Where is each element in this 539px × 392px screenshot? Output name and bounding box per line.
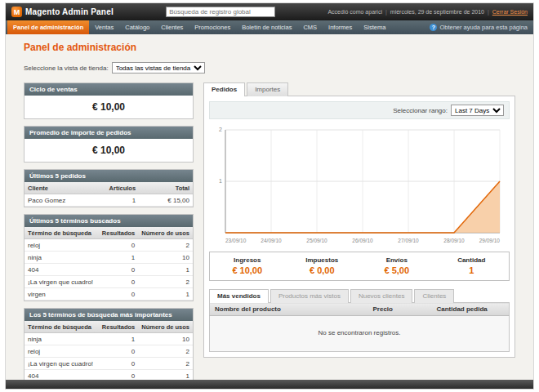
empty-message: No se encontraron registros. (210, 316, 510, 352)
nav-item-cms[interactable]: CMS (297, 20, 323, 34)
separator: | (385, 9, 387, 15)
svg-text:23/09/10: 23/09/10 (225, 238, 247, 243)
admin-footer (6, 380, 533, 389)
separator: | (488, 9, 489, 15)
table-header-row: ClienteArtículosTotal (24, 182, 193, 194)
tab-mas-vendidos[interactable]: Más vendidos (209, 289, 269, 303)
top-search-terms-box: Los 5 términos de búsqueda más important… (24, 308, 194, 380)
table-row: ninja110 (24, 252, 193, 264)
content-area: Panel de administración Seleccione la vi… (6, 34, 533, 380)
column-header: Número de usos (138, 227, 193, 239)
tab-nuevos-clientes[interactable]: Nuevos clientes (350, 289, 412, 303)
table-row: ¡La virgen que cuadro!02 (24, 358, 193, 370)
stat-value: € 5,00 (359, 265, 434, 275)
stat-value: 1 (434, 265, 510, 275)
range-bar: Seleccionar rango: Last 7 Days (209, 101, 510, 119)
column-header: Artículos (102, 182, 139, 194)
lifetime-sales-value: € 10,00 (24, 96, 193, 118)
magento-logo-icon: M (11, 7, 22, 17)
admin-page: M Magento Admin Panel Accedió como apari… (5, 2, 534, 390)
tab-importes[interactable]: Importes (247, 82, 288, 96)
top-search-terms-table: Término de búsquedaResultadosNúmero de u… (24, 321, 193, 380)
column-header: Número de usos (138, 321, 193, 333)
table-header-row: Nombre del productoPrecioCantidad pedida (210, 303, 510, 316)
box-title: Promedio de importe de pedidos (24, 127, 193, 139)
column-header: Precio (368, 303, 432, 316)
products-table: Nombre del productoPrecioCantidad pedida… (209, 302, 510, 352)
page-help-link[interactable]: ? Obtener ayuda para esta página (430, 20, 532, 34)
column-header: Término de búsqueda (24, 227, 99, 239)
table-row: ninja110 (24, 333, 193, 345)
table-header-row: Término de búsquedaResultadosNúmero de u… (24, 321, 193, 333)
store-view-select[interactable]: Todas las vistas de tienda (112, 62, 205, 74)
tab-pedidos[interactable]: Pedidos (203, 82, 245, 96)
last-search-terms-table: Término de búsquedaResultadosNúmero de u… (24, 227, 193, 301)
stat-impuestos: Impuestos € 0,00 (285, 256, 360, 275)
nav-item-promociones[interactable]: Promociones (189, 20, 236, 34)
box-title: Últimos 5 pedidos (24, 170, 193, 182)
store-view-label: Seleccione la vista de tienda: (24, 65, 109, 72)
nav-item-informes[interactable]: Informes (323, 20, 358, 34)
main-navigation: Panel de administración Ventas Catálogo … (6, 20, 533, 34)
nav-item-boletin[interactable]: Boletín de noticias (236, 20, 297, 34)
svg-text:27/09/10: 27/09/10 (398, 238, 419, 243)
help-icon: ? (430, 24, 437, 31)
dashboard-panel: Seleccionar rango: Last 7 Days 1223/09/1… (203, 96, 515, 358)
brand-title: Magento Admin Panel (25, 7, 114, 16)
table-row: 40401 (24, 370, 193, 381)
last-search-terms-box: Últimos 5 términos buscados Término de b… (24, 214, 194, 301)
stat-label: Ingresos (210, 256, 285, 264)
table-row: reloj02 (24, 345, 193, 358)
column-header: Total (139, 182, 193, 194)
column-header: Resultados (99, 227, 138, 239)
stat-cantidad: Cantidad 1 (434, 256, 510, 275)
orders-chart: 1223/09/1024/09/1025/09/1026/09/1027/09/… (209, 119, 510, 246)
stat-value: € 10,00 (210, 265, 285, 275)
dashboard-columns: Ciclo de ventas € 10,00 Promedio de impo… (24, 82, 515, 380)
nav-item-catalogo[interactable]: Catálogo (119, 20, 155, 34)
column-header: Nombre del producto (210, 303, 368, 316)
stat-value: € 0,00 (285, 265, 360, 275)
stat-label: Impuestos (285, 256, 360, 264)
last-orders-box: Últimos 5 pedidos ClienteArtículosTotal … (24, 169, 194, 207)
dashboard-sidebar: Ciclo de ventas € 10,00 Promedio de impo… (24, 82, 194, 380)
lifetime-sales-box: Ciclo de ventas € 10,00 (24, 82, 194, 119)
orders-area-chart: 1223/09/1024/09/1025/09/1026/09/1027/09/… (211, 123, 508, 246)
global-search-input[interactable] (166, 7, 275, 17)
diagram-tabs: Pedidos Importes (203, 82, 515, 96)
box-title: Los 5 términos de búsqueda más important… (24, 309, 193, 321)
help-label: Obtener ayuda para esta página (439, 24, 528, 31)
tab-productos-mas-vistos[interactable]: Productos más vistos (270, 289, 349, 303)
stat-ingresos: Ingresos € 10,00 (210, 256, 285, 275)
grid-tabs: Más vendidos Productos más vistos Nuevos… (209, 289, 510, 302)
svg-text:1: 1 (219, 178, 222, 184)
column-header: Cantidad pedida (432, 303, 510, 316)
admin-header: M Magento Admin Panel Accedió como apari… (6, 3, 533, 20)
column-header: Término de búsqueda (24, 321, 99, 333)
svg-text:26/09/10: 26/09/10 (352, 238, 373, 243)
svg-text:28/09/10: 28/09/10 (443, 238, 465, 243)
dashboard-main: Pedidos Importes Seleccionar rango: Last… (203, 82, 515, 358)
nav-item-ventas[interactable]: Ventas (89, 20, 119, 34)
svg-text:29/09/10: 29/09/10 (479, 238, 501, 243)
box-title: Últimos 5 términos buscados (24, 215, 193, 227)
nav-item-clientes[interactable]: Clientes (155, 20, 189, 34)
last-orders-table: ClienteArtículosTotal Paco Gomez1€ 15,00 (24, 182, 193, 207)
box-title: Ciclo de ventas (24, 83, 193, 96)
global-search (120, 7, 322, 17)
table-row: virgen01 (24, 288, 193, 301)
session-info: Accedió como aparici | miércoles, 29 de … (327, 9, 528, 15)
current-date: miércoles, 29 de septiembre de 2010 (390, 9, 484, 15)
stat-envios: Envíos € 5,00 (359, 256, 434, 275)
range-select[interactable]: Last 7 Days (451, 105, 504, 116)
brand: M Magento Admin Panel (11, 7, 114, 17)
nav-item-sistema[interactable]: Sistema (358, 20, 391, 34)
nav-item-dashboard[interactable]: Panel de administración (7, 20, 89, 34)
svg-text:24/09/10: 24/09/10 (261, 238, 282, 243)
column-header: Cliente (24, 182, 102, 194)
svg-text:2: 2 (219, 127, 222, 132)
tab-clientes[interactable]: Clientes (414, 289, 454, 303)
svg-text:25/09/10: 25/09/10 (306, 238, 327, 243)
logout-link[interactable]: Cerrar Sesión (492, 9, 528, 15)
stat-label: Cantidad (434, 256, 510, 264)
